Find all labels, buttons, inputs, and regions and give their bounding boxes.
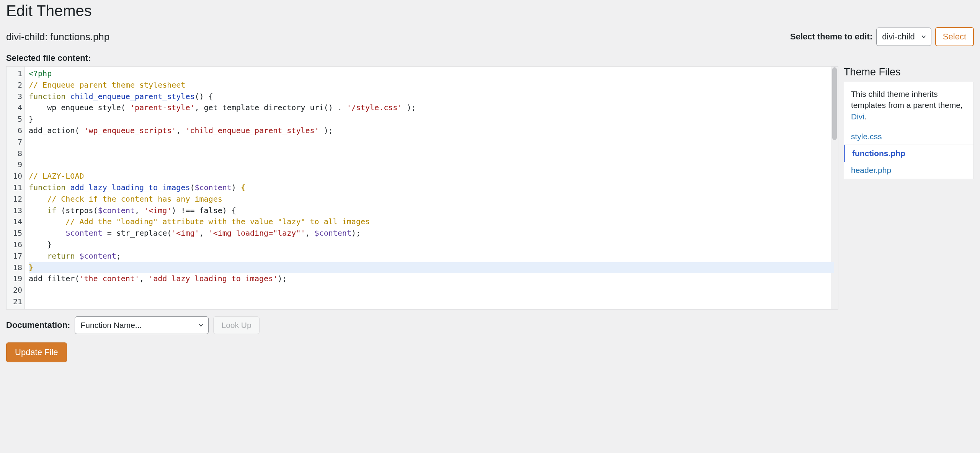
chevron-down-icon bbox=[198, 322, 204, 329]
line-gutter: 123 456 789 101112 131415 161718 192021 bbox=[7, 67, 25, 309]
documentation-label: Documentation: bbox=[6, 320, 70, 330]
chevron-down-icon bbox=[920, 33, 927, 40]
theme-files-panel: This child theme inherits templates from… bbox=[844, 82, 974, 179]
theme-file-header[interactable]: header.php bbox=[844, 162, 973, 179]
selected-file-content-label: Selected file content: bbox=[6, 53, 974, 63]
select-theme-label: Select theme to edit: bbox=[790, 32, 872, 42]
documentation-select-value: Function Name... bbox=[80, 321, 142, 330]
theme-file-functions[interactable]: functions.php bbox=[844, 145, 974, 162]
code-content[interactable]: <?php // Enqueue parent theme stylesheet… bbox=[25, 67, 838, 309]
inherit-note: This child theme inherits templates from… bbox=[844, 82, 973, 128]
theme-select[interactable]: divi-child bbox=[876, 28, 931, 46]
theme-files-heading: Theme Files bbox=[844, 66, 974, 78]
update-file-button[interactable]: Update File bbox=[6, 342, 67, 362]
code-editor[interactable]: 123 456 789 101112 131415 161718 192021 … bbox=[6, 66, 838, 310]
select-button[interactable]: Select bbox=[935, 27, 974, 46]
theme-select-value: divi-child bbox=[882, 32, 915, 42]
lookup-button[interactable]: Look Up bbox=[213, 316, 259, 334]
documentation-select[interactable]: Function Name... bbox=[75, 316, 209, 334]
page-title: Edit Themes bbox=[6, 0, 974, 20]
file-heading: divi-child: functions.php bbox=[6, 31, 109, 43]
parent-theme-link[interactable]: Divi bbox=[851, 112, 864, 121]
theme-file-style[interactable]: style.css bbox=[844, 128, 973, 145]
